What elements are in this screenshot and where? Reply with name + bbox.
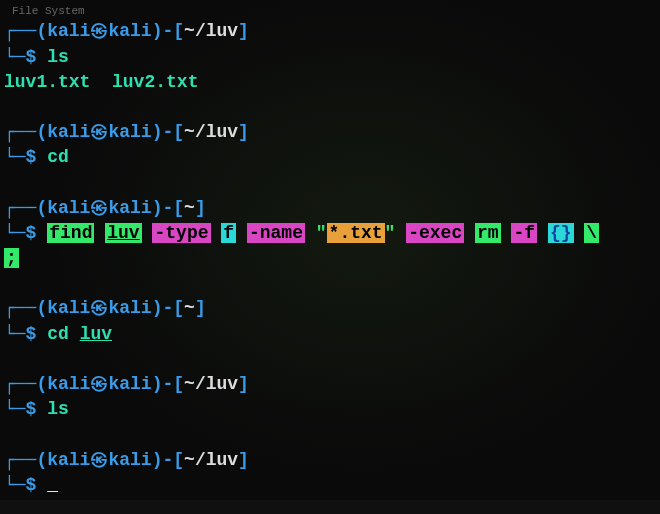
pattern: *.txt <box>327 223 385 243</box>
type-flag: -type <box>152 223 210 243</box>
prompt-line-1: ┌──(kali㉿kali)-[~/luv] <box>4 120 656 145</box>
prompt-line-5: ┌──(kali㉿kali)-[~/luv] <box>4 448 656 473</box>
find-cmd: find <box>47 223 94 243</box>
host: kali <box>108 21 151 41</box>
prompt-line-0: ┌──(kali㉿kali)-[~/luv] <box>4 19 656 44</box>
cmd-line-3: └─$ cd luv <box>4 322 656 347</box>
exec-flag: -exec <box>406 223 464 243</box>
output-0: luv1.txt luv2.txt <box>4 70 656 95</box>
type-val: f <box>221 223 236 243</box>
bslash: \ <box>584 223 599 243</box>
cmd-line-0: └─$ ls <box>4 45 656 70</box>
cmd-line-5: └─$ _ <box>4 473 656 498</box>
rm-flag: -f <box>511 223 537 243</box>
prompt-line-3: ┌──(kali㉿kali)-[~] <box>4 296 656 321</box>
command: ls <box>47 47 69 67</box>
terminal[interactable]: File System ┌──(kali㉿kali)-[~/luv] └─$ l… <box>0 0 660 500</box>
braces: {} <box>548 223 574 243</box>
cursor: _ <box>47 475 58 495</box>
prompt-line-2: ┌──(kali㉿kali)-[~] <box>4 196 656 221</box>
semi: ; <box>4 248 19 268</box>
at-icon: ㉿ <box>90 21 108 41</box>
cmd-line-4: └─$ ls <box>4 397 656 422</box>
name-flag: -name <box>247 223 305 243</box>
prompt-line-4: ┌──(kali㉿kali)-[~/luv] <box>4 372 656 397</box>
find-dir: luv <box>105 223 141 243</box>
cmd-line-2: └─$ find luv -type f -name "*.txt" -exec… <box>4 221 656 246</box>
cmd-line-1: └─$ cd <box>4 145 656 170</box>
path: ~/luv <box>184 21 238 41</box>
rm-cmd: rm <box>475 223 501 243</box>
file-system-label: File System <box>4 2 656 19</box>
status-bar <box>0 500 660 514</box>
cd-arg: luv <box>80 324 112 344</box>
user: kali <box>47 21 90 41</box>
